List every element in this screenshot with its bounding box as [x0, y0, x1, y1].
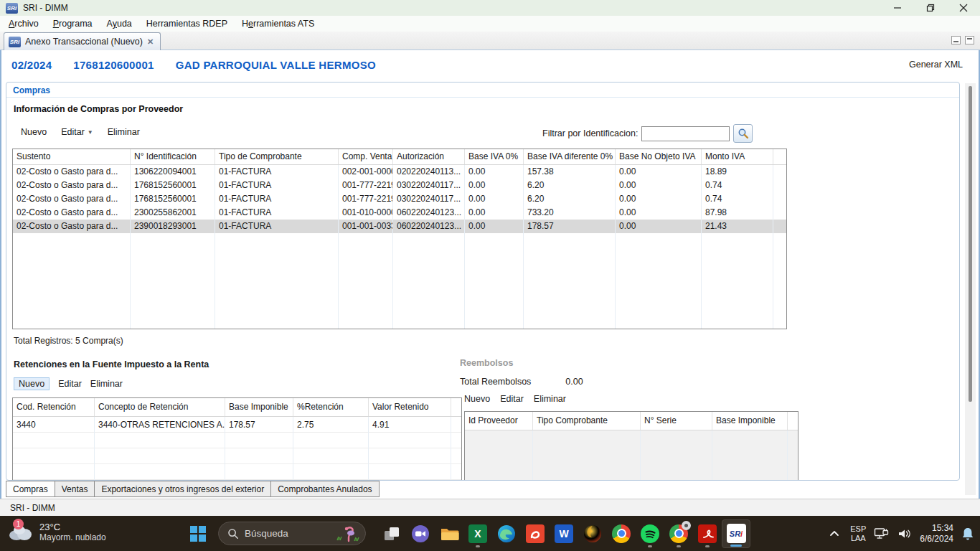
tab-anexo-transaccional[interactable]: SRi Anexo Transaccional (Nuevo) ✕	[4, 32, 161, 50]
table-row[interactable]: 02-Costo o Gasto para d...13062200940010…	[13, 165, 786, 179]
excel-icon[interactable]: X	[463, 519, 492, 548]
tab-close-icon[interactable]: ✕	[147, 37, 154, 47]
editar-button[interactable]: Editar▼	[61, 127, 93, 137]
tray-date: 6/6/2024	[920, 534, 953, 545]
notification-bell-icon[interactable]	[961, 527, 974, 541]
column-header[interactable]: Monto IVA	[702, 149, 773, 164]
file-explorer-icon[interactable]	[435, 519, 463, 548]
column-header[interactable]: Tipo de Comprobante	[215, 149, 339, 164]
menu-herramientas-rdep[interactable]: Herramientas RDEP	[139, 17, 235, 31]
table-row[interactable]: 02-Costo o Gasto para d...17681525600010…	[13, 179, 786, 192]
menu-archivo[interactable]: Archivo	[1, 17, 46, 31]
clock[interactable]: 15:34 6/6/2024	[920, 523, 953, 545]
search-icon	[738, 128, 749, 139]
weather-widget[interactable]: 1 23°C Mayorm. nublado	[7, 521, 106, 542]
search-button[interactable]	[733, 124, 753, 143]
word-icon[interactable]: W	[550, 519, 578, 548]
reemb-editar-button[interactable]: Editar	[500, 394, 524, 404]
ret-editar-button[interactable]: Editar	[58, 379, 82, 389]
chevron-down-icon: ▼	[88, 129, 93, 136]
table-row[interactable]: 02-Costo o Gasto para d...23002558620010…	[13, 206, 786, 220]
filter-bar: Filtrar por Identificacion:	[542, 124, 753, 143]
app-logo-icon: SRi	[6, 3, 18, 14]
volume-icon[interactable]	[897, 528, 912, 540]
language-indicator[interactable]: ESP LAA	[850, 524, 866, 543]
column-header[interactable]: N° Serie	[641, 412, 712, 430]
column-header[interactable]: Comp. Venta	[339, 149, 393, 164]
table-row[interactable]: 02-Costo o Gasto para d...23900182930010…	[13, 220, 786, 233]
search-placeholder: Búsqueda	[245, 528, 288, 539]
column-header[interactable]: Valor Retenido	[369, 398, 451, 416]
ret-eliminar-button[interactable]: Eliminar	[90, 379, 123, 389]
eliminar-button[interactable]: Eliminar	[108, 127, 140, 137]
start-button[interactable]	[182, 519, 214, 548]
column-header[interactable]: Base No Objeto IVA	[616, 149, 702, 164]
pdf-editor-icon[interactable]	[521, 519, 550, 548]
view-minimize-icon[interactable]	[951, 36, 961, 44]
retenciones-table[interactable]: Cod. RetenciónConcepto de RetenciónBase …	[12, 397, 462, 481]
video-chat-icon[interactable]	[406, 519, 435, 548]
minimize-icon[interactable]	[881, 0, 914, 16]
spotify-icon[interactable]	[636, 519, 664, 548]
compras-section-title: Información de Compras por Proveedor	[14, 104, 183, 114]
search-icon	[227, 528, 239, 540]
column-header[interactable]: Base Imponible	[712, 412, 788, 430]
column-header[interactable]: Tipo Comprobante	[533, 412, 641, 430]
taxpayer-name: GAD PARROQUIAL VALLE HERMOSO	[176, 59, 376, 71]
bottom-tab-exportaciones-y-otros-ingresos-del-exterior[interactable]: Exportaciones y otros ingresos del exter…	[95, 481, 271, 497]
chrome-icon[interactable]	[607, 519, 636, 548]
generar-xml-button[interactable]: Generar XML	[909, 60, 963, 70]
system-tray: ESP LAA 15:34 6/6/2024	[826, 516, 974, 551]
bottom-tab-comprobantes-anulados[interactable]: Comprobantes Anulados	[271, 481, 379, 497]
edge-icon[interactable]	[492, 519, 521, 548]
firefox-icon[interactable]	[578, 519, 607, 548]
nuevo-button[interactable]: Nuevo	[21, 127, 47, 137]
column-header[interactable]: Base Imponible	[225, 398, 293, 416]
column-header[interactable]: %Retención	[293, 398, 369, 416]
column-header[interactable]: Autorización	[393, 149, 465, 164]
column-header[interactable]: N° Identificación	[131, 149, 215, 164]
view-maximize-icon[interactable]	[965, 36, 974, 44]
taskbar: 1 23°C Mayorm. nublado Búsqueda	[0, 516, 980, 551]
column-header[interactable]: Id Proveedor	[465, 412, 533, 430]
reemb-eliminar-button[interactable]: Eliminar	[534, 394, 566, 404]
close-icon[interactable]	[947, 0, 980, 16]
flamingo-illustration	[335, 524, 359, 543]
column-header[interactable]: Cod. Retención	[13, 398, 95, 416]
menu-ayuda[interactable]: Ayuda	[100, 17, 139, 31]
taskbar-search[interactable]: Búsqueda	[218, 522, 366, 545]
bottom-tab-ventas[interactable]: Ventas	[55, 481, 95, 497]
column-header[interactable]: Sustento	[13, 149, 131, 164]
empty-row	[13, 433, 461, 448]
retenciones-title: Retenciones en la Fuente Impuesto a la R…	[14, 359, 209, 369]
column-header[interactable]: Base IVA 0%	[465, 149, 524, 164]
scrollbar-thumb[interactable]	[969, 86, 972, 402]
menu-programa[interactable]: Programa	[46, 17, 100, 31]
reemb-nuevo-button[interactable]: Nuevo	[464, 394, 490, 404]
taskbar-app-icons: X W	[377, 519, 750, 548]
table-row[interactable]: 02-Costo o Gasto para d...17681525600010…	[13, 192, 786, 206]
tab-label: Anexo Transaccional (Nuevo)	[25, 37, 143, 47]
filter-input[interactable]	[641, 126, 730, 141]
compras-toolbar: Nuevo Editar▼ Eliminar	[21, 127, 140, 137]
bottom-tab-compras[interactable]: Compras	[6, 481, 55, 497]
acrobat-icon[interactable]	[693, 519, 722, 548]
sri-dimm-icon[interactable]: SRi	[722, 519, 750, 548]
network-icon[interactable]	[874, 527, 890, 540]
compras-table[interactable]: SustentoN° IdentificaciónTipo de Comprob…	[12, 149, 787, 329]
vertical-scrollbar[interactable]	[965, 83, 976, 495]
table-row[interactable]: 34403440-OTRAS RETENCIONES A...178.572.7…	[13, 417, 461, 433]
task-view-icon[interactable]	[377, 519, 406, 548]
reembolsos-table[interactable]: Id ProveedorTipo ComprobanteN° SerieBase…	[464, 411, 798, 481]
column-header[interactable]: Concepto de Retención	[95, 398, 225, 416]
restore-icon[interactable]	[914, 0, 947, 16]
windows-logo-icon	[190, 526, 206, 542]
statusbar: SRI - DIMM	[0, 499, 980, 516]
hidden-icons-chevron[interactable]	[826, 528, 842, 539]
editor-area: 02/2024 1768120600001 GAD PARROQUIAL VAL…	[0, 50, 980, 499]
chrome-profile-icon[interactable]	[664, 519, 693, 548]
column-header[interactable]: Base IVA diferente 0%	[524, 149, 616, 164]
bottom-tab-strip: ComprasVentasExportaciones y otros ingre…	[6, 481, 380, 497]
ret-nuevo-button[interactable]: Nuevo	[14, 377, 50, 390]
menu-herramientas-ats[interactable]: Herramientas ATS	[235, 17, 321, 31]
